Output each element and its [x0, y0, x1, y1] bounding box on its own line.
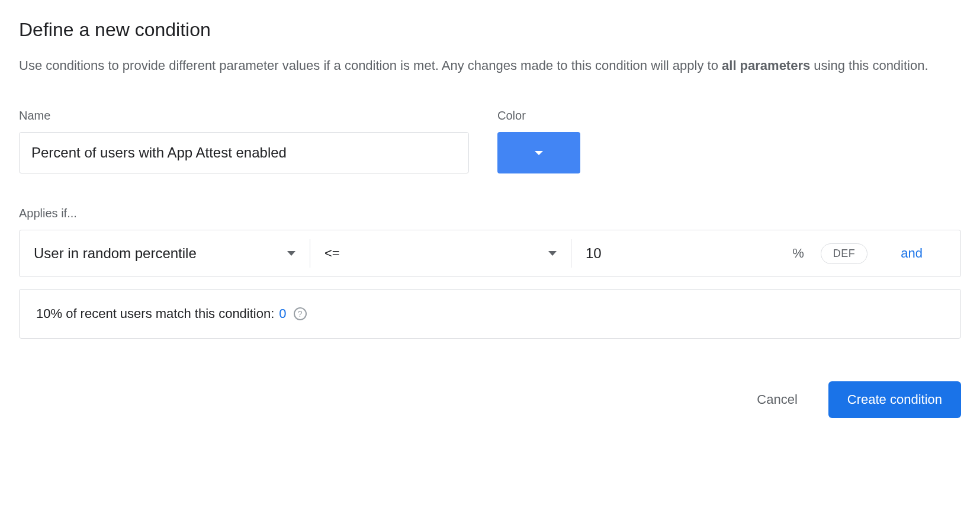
seed-chip[interactable]: DEF — [821, 243, 868, 264]
caret-down-icon — [535, 151, 543, 155]
applies-if-label: Applies if... — [19, 207, 961, 220]
description-suffix: using this condition. — [810, 58, 928, 73]
unit-label: % — [792, 246, 804, 261]
match-info-text: 10% of recent users match this condition… — [36, 306, 274, 322]
color-label: Color — [497, 109, 580, 123]
value-input[interactable] — [586, 245, 704, 262]
match-count: 0 — [279, 306, 286, 322]
caret-down-icon — [287, 251, 295, 256]
operator-text: <= — [324, 246, 340, 261]
condition-type-text: User in random percentile — [34, 245, 197, 262]
color-picker-button[interactable] — [497, 132, 580, 173]
help-icon[interactable]: ? — [294, 307, 307, 320]
name-input[interactable] — [19, 132, 469, 173]
and-button[interactable]: and — [901, 246, 923, 261]
description-prefix: Use conditions to provide different para… — [19, 58, 722, 73]
condition-row: User in random percentile <= % DEF and — [19, 230, 961, 277]
description-bold: all parameters — [722, 58, 810, 73]
create-condition-button[interactable]: Create condition — [828, 381, 961, 418]
caret-down-icon — [548, 251, 557, 256]
match-info: 10% of recent users match this condition… — [19, 289, 961, 339]
operator-dropdown[interactable]: <= — [310, 230, 571, 277]
page-title: Define a new condition — [19, 19, 961, 41]
condition-type-dropdown[interactable]: User in random percentile — [20, 230, 310, 277]
cancel-button[interactable]: Cancel — [745, 385, 809, 414]
description: Use conditions to provide different para… — [19, 55, 961, 76]
name-label: Name — [19, 109, 469, 123]
